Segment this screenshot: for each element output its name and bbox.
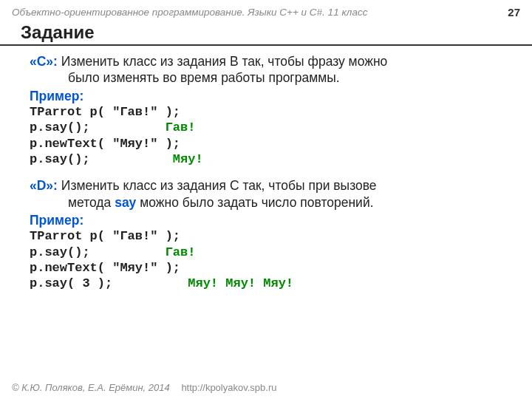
footer-copyright: © К.Ю. Поляков, Е.А. Ерёмин, 2014 xyxy=(12,382,170,393)
task-d-block: «D»: Изменить класс из задания C так, чт… xyxy=(30,177,502,291)
code-line: p.say(); xyxy=(30,245,166,259)
code-output: Гав! xyxy=(166,245,196,259)
code-line: p.newText( "Мяу!" ); xyxy=(30,137,180,151)
code-line: p.say(); xyxy=(30,120,166,134)
task-d-text2a: метода xyxy=(68,195,115,210)
slide-header: Объектно-ориентированное программировани… xyxy=(0,0,532,21)
slide-content: «C»: Изменить класс из задания B так, чт… xyxy=(0,53,532,291)
page-number: 27 xyxy=(508,6,520,18)
slide-footer: © К.Ю. Поляков, Е.А. Ерёмин, 2014 http:/… xyxy=(12,382,276,393)
task-d-text2b: можно было задать число повторений. xyxy=(136,195,373,210)
task-d-label: «D»: xyxy=(30,178,58,193)
code-line: p.say(); xyxy=(30,152,173,166)
header-subtitle: Объектно-ориентированное программировани… xyxy=(12,7,367,18)
code-output: Гав! xyxy=(166,120,196,134)
task-d-text1: Изменить класс из задания C так, чтобы п… xyxy=(58,178,377,193)
task-d-text2: метода say можно было задать число повто… xyxy=(30,194,502,211)
say-keyword: say xyxy=(115,195,136,210)
code-line: TParrot p( "Гав!" ); xyxy=(30,229,180,243)
code-line: p.newText( "Мяу!" ); xyxy=(30,261,180,275)
code-output: Мяу! Мяу! Мяу! xyxy=(188,276,293,290)
task-d-example-label: Пример: xyxy=(30,212,502,228)
task-c-code: TParrot p( "Гав!" ); p.say(); Гав! p.new… xyxy=(30,104,502,167)
task-c-example-label: Пример: xyxy=(30,88,502,104)
code-line: p.say( 3 ); xyxy=(30,276,188,290)
task-d-code: TParrot p( "Гав!" ); p.say(); Гав! p.new… xyxy=(30,228,502,291)
task-c-label: «C»: xyxy=(30,54,58,69)
footer-url: http://kpolyakov.spb.ru xyxy=(181,382,276,393)
code-line: TParrot p( "Гав!" ); xyxy=(30,105,180,119)
task-c-block: «C»: Изменить класс из задания B так, чт… xyxy=(30,53,502,167)
slide-title: Задание xyxy=(0,21,532,46)
code-output: Мяу! xyxy=(173,152,203,166)
task-c-text1: Изменить класс из задания B так, чтобы ф… xyxy=(58,54,387,69)
task-c-text2: было изменять во время работы программы. xyxy=(30,69,502,86)
